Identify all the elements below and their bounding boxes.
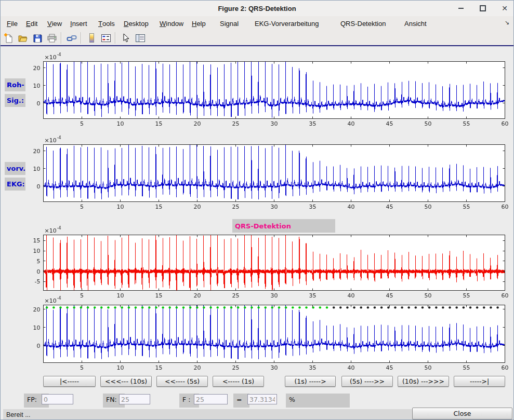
menu-qrs-detektion[interactable]: QRS-Detektion — [339, 16, 387, 31]
close-window-button[interactable]: ✕ — [499, 3, 510, 14]
menu-bar: File Edit View Insert Tools Desktop Wind… — [1, 16, 513, 31]
maximize-button[interactable] — [477, 3, 489, 14]
toolbar-separator — [115, 32, 116, 44]
nav-button-back-5s[interactable]: <<---- (5s) — [156, 376, 208, 387]
menu-desktop[interactable]: Desktop — [123, 16, 150, 31]
plot-browser-icon — [135, 33, 146, 43]
close-button[interactable]: Close — [412, 408, 512, 419]
status-bar: Bereit ... — [3, 409, 412, 420]
fn-field[interactable] — [119, 394, 150, 404]
insert-colorbar-button[interactable] — [85, 32, 98, 44]
menu-ansicht[interactable]: Ansicht — [403, 16, 428, 31]
menu-edit[interactable]: Edit — [25, 16, 38, 31]
label-vorv: vorv. — [5, 162, 25, 175]
menu-ekg-vorverarbeitung[interactable]: EKG-Vorverarbeitung — [254, 16, 320, 31]
nav-button-forward-10s[interactable]: (10s) --->>> — [398, 376, 449, 387]
plot3-title: QRS-Detektion — [232, 219, 335, 233]
new-figure-button[interactable] — [2, 32, 15, 44]
save-figure-button[interactable] — [31, 32, 44, 44]
link-plot-icon — [67, 33, 77, 43]
nav-button-forward-1s[interactable]: (1s) -----> — [285, 376, 336, 387]
edit-plot-button[interactable] — [119, 32, 133, 44]
minimize-button[interactable] — [455, 3, 467, 14]
label-roh: Roh- — [5, 78, 25, 91]
window-controls: ✕ — [455, 1, 510, 16]
percent-field[interactable] — [247, 394, 277, 404]
fp-field[interactable] — [42, 394, 73, 404]
f-field[interactable] — [194, 394, 228, 404]
status-text: Bereit ... — [6, 411, 31, 418]
open-file-button[interactable] — [16, 32, 30, 44]
menu-file[interactable]: File — [6, 16, 19, 31]
label-ekg: EKG: — [5, 178, 25, 191]
insert-legend-icon — [101, 33, 111, 43]
open-file-icon — [18, 33, 28, 43]
title-bar: Figure 2: QRS-Detektion — [1, 1, 513, 17]
edit-plot-arrow-icon — [121, 33, 130, 43]
print-figure-button[interactable] — [45, 32, 59, 44]
nav-button-to-end[interactable]: ----->| — [454, 376, 505, 387]
minimize-icon — [458, 8, 464, 9]
maximize-icon — [480, 5, 486, 11]
new-figure-icon — [4, 33, 14, 43]
save-figure-icon — [33, 33, 43, 43]
label-sig: Sig.: — [5, 94, 25, 107]
menu-view[interactable]: View — [46, 16, 63, 31]
nav-button-back-10s[interactable]: <<<--- (10s) — [100, 376, 152, 387]
window-title: Figure 2: QRS-Detektion — [218, 5, 296, 12]
menu-tools[interactable]: Tools — [97, 16, 116, 31]
menu-help[interactable]: Help — [191, 16, 207, 31]
insert-legend-button[interactable] — [99, 32, 113, 44]
menu-insert[interactable]: Insert — [69, 16, 88, 31]
menu-window[interactable]: Window — [159, 16, 184, 31]
nav-button-back-1s[interactable]: <----- (1s) — [213, 376, 264, 387]
nav-button-to-start[interactable]: |<----- — [43, 376, 96, 387]
plot-browser-button[interactable] — [134, 32, 147, 44]
toolbar — [1, 31, 513, 45]
link-plot-button[interactable] — [65, 32, 78, 44]
menu-overflow-icon[interactable]: ↘ — [505, 19, 509, 26]
toolbar-separator — [81, 32, 82, 44]
nav-button-forward-5s[interactable]: (5s) ---->> — [341, 376, 393, 387]
close-icon: ✕ — [502, 5, 508, 12]
plots-canvas — [1, 46, 514, 374]
figure-window: Figure 2: QRS-Detektion ✕ File Edit View… — [0, 0, 514, 420]
menu-signal[interactable]: Signal — [219, 16, 240, 31]
toolbar-separator — [61, 32, 62, 44]
print-figure-icon — [47, 33, 57, 43]
insert-colorbar-icon — [87, 33, 97, 43]
percent-sign-label: % — [286, 394, 350, 408]
